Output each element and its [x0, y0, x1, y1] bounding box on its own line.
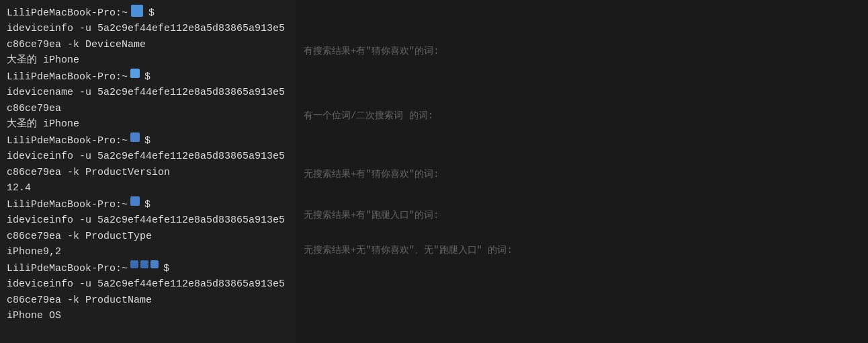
command-block-1: LiliPdeMacBook-Pro:~ $ ideviceinfo -u 5a… — [7, 5, 289, 68]
cmd-text-4: ideviceinfo -u 5a2c9ef44efe112e8a5d83865… — [7, 213, 289, 244]
prompt-user-5: LiliPdeMacBook-Pro:~ — [7, 261, 128, 276]
terminal-icon-5a — [130, 260, 138, 268]
prompt-user-3: LiliPdeMacBook-Pro:~ — [7, 133, 128, 149]
terminal-icon-5b — [140, 260, 148, 268]
dollar-sign-4: $ — [144, 197, 150, 213]
prompt-user-2: LiliPdeMacBook-Pro:~ — [7, 69, 128, 85]
terminal-window: LiliPdeMacBook-Pro:~ $ ideviceinfo -u 5a… — [0, 0, 868, 343]
terminal-left-pane: LiliPdeMacBook-Pro:~ $ ideviceinfo -u 5a… — [0, 0, 296, 343]
output-1: 大圣的 iPhone — [7, 52, 289, 68]
cmd-text-5: ideviceinfo -u 5a2c9ef44efe112e8a5d83865… — [7, 276, 289, 308]
prompt-line-3: LiliPdeMacBook-Pro:~ $ ideviceinfo -u 5a… — [7, 133, 289, 180]
command-block-3: LiliPdeMacBook-Pro:~ $ ideviceinfo -u 5a… — [7, 133, 289, 196]
cmd-text-2: idevicename -u 5a2c9ef44efe112e8a5d83865… — [7, 85, 289, 116]
terminal-icon-5c — [150, 260, 159, 268]
output-2: 大圣的 iPhone — [7, 116, 289, 132]
dollar-sign-5: $ — [163, 261, 169, 276]
command-block-2: LiliPdeMacBook-Pro:~ $ idevicename -u 5a… — [7, 69, 289, 132]
right-label-5: 无搜索结果+无"猜你喜欢"、无"跑腿入口" 的词: — [304, 243, 860, 258]
prompt-line-2: LiliPdeMacBook-Pro:~ $ idevicename -u 5a… — [7, 69, 289, 116]
terminal-icon-2a — [130, 69, 140, 78]
dollar-sign-2: $ — [144, 69, 150, 85]
output-5: iPhone OS — [7, 308, 289, 323]
prompt-user-1: LiliPdeMacBook-Pro:~ — [7, 5, 128, 21]
prompt-line-4: LiliPdeMacBook-Pro:~ $ ideviceinfo -u 5a… — [7, 197, 289, 244]
dollar-sign-1: $ — [148, 5, 155, 21]
dollar-sign-3: $ — [144, 133, 150, 149]
terminal-icon-1 — [131, 5, 143, 17]
cmd-text-1: ideviceinfo -u 5a2c9ef44efe112e8a5d83865… — [7, 21, 289, 52]
prompt-user-4: LiliPdeMacBook-Pro:~ — [7, 197, 128, 213]
cmd-text-3: ideviceinfo -u 5a2c9ef44efe112e8a5d83865… — [7, 149, 289, 180]
terminal-icon-4 — [130, 196, 140, 206]
right-label-3: 无搜索结果+有"猜你喜欢"的词: — [304, 167, 860, 182]
right-label-1: 有搜索结果+有"猜你喜欢"的词: — [304, 44, 860, 59]
terminal-icon-3 — [130, 132, 140, 142]
right-label-4: 无搜索结果+有"跑腿入口"的词: — [304, 208, 860, 223]
output-3: 12.4 — [7, 180, 289, 196]
output-4: iPhone9,2 — [7, 244, 289, 260]
right-label-2: 有一个位词/二次搜索词 的词: — [304, 108, 860, 123]
terminal-right-pane: 有搜索结果+有"猜你喜欢"的词: 有一个位词/二次搜索词 的词: 无搜索结果+有… — [296, 0, 868, 343]
command-block-5: LiliPdeMacBook-Pro:~ $ ideviceinfo -u 5a… — [7, 261, 289, 323]
command-block-4: LiliPdeMacBook-Pro:~ $ ideviceinfo -u 5a… — [7, 197, 289, 260]
prompt-line-1: LiliPdeMacBook-Pro:~ $ ideviceinfo -u 5a… — [7, 5, 289, 52]
prompt-line-5: LiliPdeMacBook-Pro:~ $ ideviceinfo -u 5a… — [7, 261, 289, 308]
